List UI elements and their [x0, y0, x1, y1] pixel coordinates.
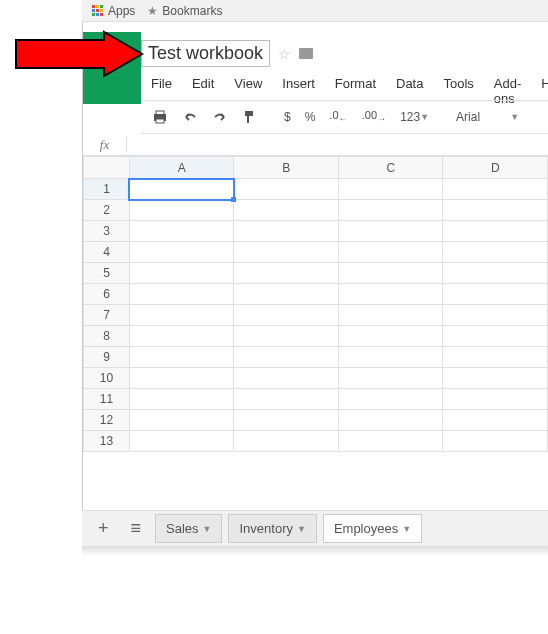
paint-format-button[interactable]	[237, 105, 263, 129]
format-currency-button[interactable]: $	[279, 106, 296, 128]
apps-label: Apps	[108, 4, 135, 18]
cell[interactable]	[234, 326, 339, 347]
cell[interactable]	[338, 305, 443, 326]
column-header-b[interactable]: B	[234, 157, 339, 179]
sheet-tab-inventory[interactable]: Inventory▼	[228, 514, 316, 543]
row-header[interactable]: 8	[84, 326, 130, 347]
cell[interactable]	[338, 242, 443, 263]
row-header[interactable]: 5	[84, 263, 130, 284]
cell[interactable]	[338, 284, 443, 305]
increase-decimal-button[interactable]: .00→	[357, 105, 391, 128]
browser-bookmark-bar: Apps ★ Bookmarks	[82, 0, 548, 22]
chevron-down-icon: ▼	[203, 524, 212, 534]
row-header[interactable]: 1	[84, 179, 130, 200]
column-header-c[interactable]: C	[338, 157, 443, 179]
cell-a1[interactable]	[129, 179, 234, 200]
all-sheets-button[interactable]: ≡	[123, 514, 150, 543]
row-header[interactable]: 2	[84, 200, 130, 221]
cell[interactable]	[443, 347, 548, 368]
row-header[interactable]: 6	[84, 284, 130, 305]
column-header-a[interactable]: A	[129, 157, 234, 179]
cell[interactable]	[338, 431, 443, 452]
cell[interactable]	[234, 368, 339, 389]
cell[interactable]	[443, 263, 548, 284]
cell[interactable]	[234, 200, 339, 221]
row-header[interactable]: 10	[84, 368, 130, 389]
sheet-tab-sales[interactable]: Sales▼	[155, 514, 222, 543]
cell[interactable]	[338, 179, 443, 200]
cell[interactable]	[234, 284, 339, 305]
cell[interactable]	[234, 389, 339, 410]
more-formats-button[interactable]: 123▼	[395, 106, 434, 128]
row-header[interactable]: 7	[84, 305, 130, 326]
bookmarks-label: Bookmarks	[162, 4, 222, 18]
print-button[interactable]	[147, 106, 173, 128]
cell[interactable]	[129, 263, 234, 284]
font-family-select[interactable]: Arial▼	[450, 106, 525, 128]
cell[interactable]	[443, 389, 548, 410]
add-sheet-button[interactable]: +	[90, 514, 117, 543]
cell[interactable]	[129, 305, 234, 326]
row-header[interactable]: 12	[84, 410, 130, 431]
cell[interactable]	[129, 410, 234, 431]
cell[interactable]	[129, 326, 234, 347]
star-icon[interactable]: ☆	[278, 46, 291, 62]
bookmarks-shortcut[interactable]: ★ Bookmarks	[147, 4, 222, 18]
cell[interactable]	[234, 221, 339, 242]
undo-button[interactable]	[177, 106, 203, 128]
cell[interactable]	[443, 431, 548, 452]
cell[interactable]	[443, 305, 548, 326]
cell[interactable]	[443, 326, 548, 347]
formula-input[interactable]	[127, 134, 548, 155]
cell[interactable]	[129, 284, 234, 305]
cell[interactable]	[234, 305, 339, 326]
cell[interactable]	[234, 410, 339, 431]
formula-bar: fx	[83, 134, 548, 156]
cell[interactable]	[443, 200, 548, 221]
row-header[interactable]: 11	[84, 389, 130, 410]
cell[interactable]	[443, 242, 548, 263]
annotation-arrow	[14, 30, 144, 78]
cell[interactable]	[129, 242, 234, 263]
cell[interactable]	[234, 431, 339, 452]
row-header[interactable]: 3	[84, 221, 130, 242]
cell[interactable]	[129, 431, 234, 452]
cell[interactable]	[129, 368, 234, 389]
cell[interactable]	[129, 347, 234, 368]
document-title-input[interactable]: Test workbook	[141, 40, 270, 67]
apps-shortcut[interactable]: Apps	[92, 4, 135, 18]
redo-button[interactable]	[207, 106, 233, 128]
cell[interactable]	[338, 263, 443, 284]
select-all-corner[interactable]	[84, 157, 130, 179]
cell[interactable]	[338, 347, 443, 368]
cell[interactable]	[443, 410, 548, 431]
cell[interactable]	[338, 410, 443, 431]
cell[interactable]	[129, 389, 234, 410]
cell[interactable]	[129, 200, 234, 221]
decrease-decimal-button[interactable]: .0←	[324, 105, 352, 128]
cell[interactable]	[443, 368, 548, 389]
cell[interactable]	[338, 368, 443, 389]
cell[interactable]	[129, 221, 234, 242]
folder-icon[interactable]	[299, 48, 313, 59]
svg-rect-12	[245, 111, 253, 116]
row-header[interactable]: 4	[84, 242, 130, 263]
format-percent-button[interactable]: %	[300, 106, 321, 128]
sheet-tab-employees[interactable]: Employees▼	[323, 514, 422, 543]
row-header[interactable]: 9	[84, 347, 130, 368]
cell[interactable]	[338, 326, 443, 347]
cell[interactable]	[443, 179, 548, 200]
chevron-down-icon: ▼	[402, 524, 411, 534]
cell[interactable]	[234, 347, 339, 368]
column-header-d[interactable]: D	[443, 157, 548, 179]
cell[interactable]	[234, 263, 339, 284]
cell[interactable]	[234, 179, 339, 200]
row-header[interactable]: 13	[84, 431, 130, 452]
cell[interactable]	[443, 284, 548, 305]
cell[interactable]	[338, 200, 443, 221]
cell[interactable]	[338, 221, 443, 242]
svg-rect-0	[92, 5, 95, 8]
cell[interactable]	[443, 221, 548, 242]
cell[interactable]	[338, 389, 443, 410]
cell[interactable]	[234, 242, 339, 263]
